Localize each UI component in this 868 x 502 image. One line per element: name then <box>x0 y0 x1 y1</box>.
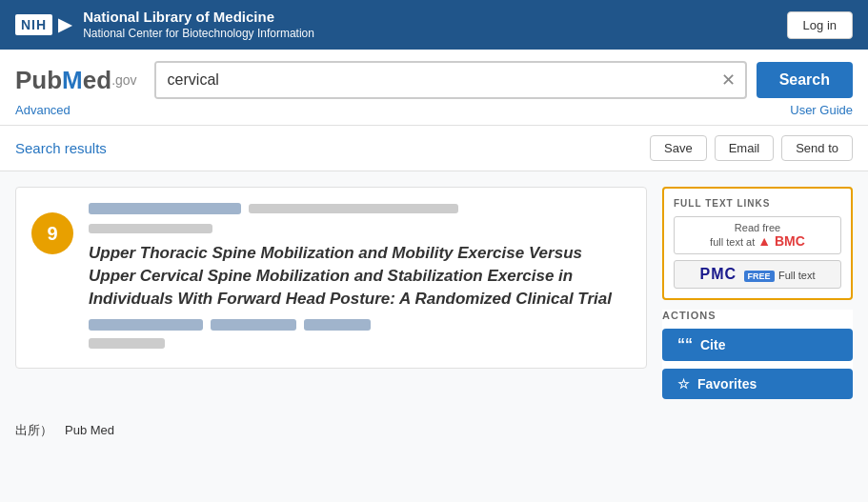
full-text-label: FULL TEXT LINKS <box>674 198 841 209</box>
result-title[interactable]: Upper Thoracic Spine Mobilization and Mo… <box>89 242 631 310</box>
cite-button[interactable]: ““ Cite <box>662 329 853 361</box>
logo-pub: Pub <box>15 66 62 95</box>
email-button[interactable]: Email <box>715 135 775 161</box>
pmc-label: PMC <box>700 266 737 282</box>
bmc-read-text: Read free full text at ▲ BMC <box>682 222 833 249</box>
result-journal <box>89 335 631 352</box>
search-bar-area: PubMed.gov ✕ Search Advanced User Guide <box>0 50 868 126</box>
result-authors <box>89 319 631 331</box>
results-list: 9 Upper Thoracic Spine Mobilization and … <box>15 187 647 399</box>
right-panel: FULL TEXT LINKS Read free full text at ▲… <box>662 187 853 399</box>
nih-badge: NIH <box>15 14 52 35</box>
toolbar-actions: Save Email Send to <box>650 135 853 161</box>
search-links: Advanced User Guide <box>15 99 853 125</box>
login-button[interactable]: Log in <box>787 11 853 39</box>
top-header-bar: NIH ▶ National Library of Medicine Natio… <box>0 0 868 50</box>
footer-note-text: 出所） Pub Med <box>15 423 114 437</box>
actions-label: ACTIONS <box>662 310 853 321</box>
favorites-button[interactable]: ☆ Favorites <box>662 369 853 399</box>
logo-m: M <box>62 66 83 95</box>
result-body: Upper Thoracic Spine Mobilization and Mo… <box>89 203 631 352</box>
author-blur-3 <box>304 319 371 331</box>
results-toolbar: Search results Save Email Send to <box>0 126 868 171</box>
nih-arrow-icon: ▶ <box>58 14 71 35</box>
nih-org-line1: National Library of Medicine <box>83 8 314 27</box>
meta-blur-3 <box>89 224 212 233</box>
search-bar-row: PubMed.gov ✕ Search <box>15 61 853 99</box>
meta-blur-1 <box>89 203 241 214</box>
advanced-search-link[interactable]: Advanced <box>15 103 71 117</box>
pmc-fulltext-label: Full text <box>778 270 816 281</box>
star-icon: ☆ <box>677 376 690 392</box>
nih-branding: NIH ▶ National Library of Medicine Natio… <box>15 8 314 41</box>
search-input-wrap: ✕ <box>154 61 747 99</box>
cite-icon: ““ <box>677 336 693 353</box>
search-input[interactable] <box>156 63 712 97</box>
footer-note: 出所） Pub Med <box>0 414 868 447</box>
bmc-logo: ▲ BMC <box>757 233 805 249</box>
logo-ed: ed <box>83 66 111 95</box>
bmc-link-button[interactable]: Read free full text at ▲ BMC <box>674 216 841 254</box>
table-row: 9 Upper Thoracic Spine Mobilization and … <box>15 187 647 369</box>
journal-blur <box>89 338 165 349</box>
nih-org-line2: National Center for Biotechnology Inform… <box>83 27 314 42</box>
full-text-links-box: FULL TEXT LINKS Read free full text at ▲… <box>662 187 853 300</box>
favorites-label: Favorites <box>697 376 757 392</box>
search-button[interactable]: Search <box>757 62 853 98</box>
author-blur-2 <box>211 319 296 331</box>
result-meta-top <box>89 203 631 214</box>
cite-label: Cite <box>700 337 725 352</box>
send-to-button[interactable]: Send to <box>781 135 853 161</box>
pmc-link-button[interactable]: PMC FREE Full text <box>674 260 841 289</box>
save-button[interactable]: Save <box>650 135 707 161</box>
search-results-label: Search results <box>15 140 107 156</box>
author-blur-1 <box>89 319 203 331</box>
main-content: 9 Upper Thoracic Spine Mobilization and … <box>0 171 868 414</box>
pubmed-logo[interactable]: PubMed.gov <box>15 66 137 95</box>
pmc-free-badge: FREE <box>744 271 775 282</box>
clear-search-button[interactable]: ✕ <box>712 71 745 89</box>
meta-row-2 <box>89 220 631 237</box>
result-number-badge: 9 <box>31 212 73 254</box>
logo-gov: .gov <box>111 72 136 88</box>
nih-logo: NIH ▶ <box>15 14 71 35</box>
actions-section: ACTIONS ““ Cite ☆ Favorites <box>662 310 853 399</box>
user-guide-link[interactable]: User Guide <box>790 103 853 117</box>
meta-blur-2 <box>249 204 458 213</box>
nih-org-text: National Library of Medicine National Ce… <box>83 8 314 41</box>
